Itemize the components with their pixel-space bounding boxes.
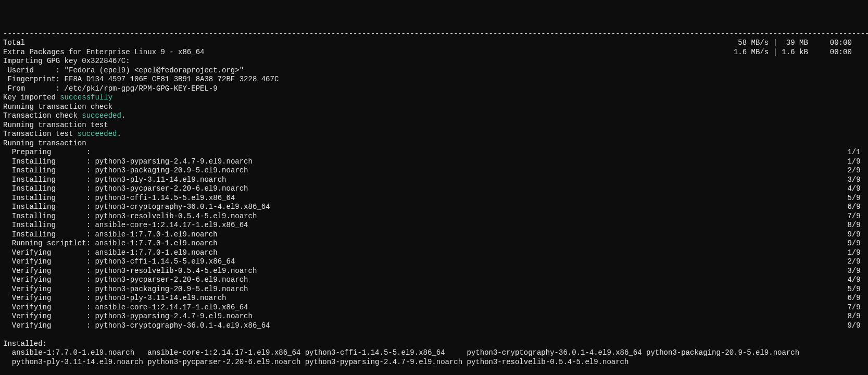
gpg-fingerprint-value: FF8A D134 4597 106E CE81 3B91 8A38 72BF …: [60, 75, 279, 83]
step-left: Preparing :: [3, 148, 95, 157]
transaction-step: Verifying : python3-cryptography-36.0.1-…: [3, 321, 865, 331]
step-count: 3/9: [847, 267, 865, 276]
step-label: Running scriptlet:: [3, 239, 91, 247]
step-count: 1/9: [847, 248, 865, 258]
epel-stats: 1.6 MB/s | 1.6 kB 00:00: [734, 48, 865, 57]
step-label: Installing :: [3, 230, 91, 239]
step-package: ansible-core-1:2.14.17-1.el9.x86_64: [91, 221, 248, 229]
transaction-step: Installing : ansible-1:7.7.0-1.el9.noarc…: [3, 230, 865, 240]
step-label: Verifying :: [3, 321, 91, 330]
tx-test-suffix: .: [117, 130, 121, 138]
step-left: Installing : ansible-core-1:2.14.17-1.el…: [3, 221, 248, 230]
step-count: 9/9: [847, 230, 865, 240]
step-label: Preparing :: [3, 148, 91, 156]
step-package: python3-resolvelib-0.5.4-5.el9.noarch: [91, 267, 257, 275]
step-left: Verifying : python3-cryptography-36.0.1-…: [3, 321, 270, 331]
step-package: python3-cryptography-36.0.1-4.el9.x86_64: [91, 321, 270, 330]
transaction-step: Installing : python3-resolvelib-0.5.4-5.…: [3, 212, 865, 221]
transaction-step: Installing : python3-ply-3.11-14.el9.noa…: [3, 176, 865, 185]
step-left: Verifying : python3-ply-3.11-14.el9.noar…: [3, 294, 226, 303]
step-count: 7/9: [847, 303, 865, 312]
step-count: 9/9: [847, 239, 865, 248]
gpg-userid-value: "Fedora (epel9) <epel@fedoraproject.org>…: [60, 66, 244, 74]
step-left: Installing : python3-resolvelib-0.5.4-5.…: [3, 212, 257, 221]
tx-test-prefix: Transaction test: [3, 130, 78, 138]
step-left: Verifying : python3-resolvelib-0.5.4-5.e…: [3, 267, 257, 276]
step-package: python3-cryptography-36.0.1-4.el9.x86_64: [91, 203, 270, 211]
total-label: Total: [3, 39, 25, 48]
tx-test-status: succeeded: [78, 130, 117, 138]
gpg-userid-label: Userid :: [3, 66, 60, 74]
step-left: Installing : python3-pyparsing-2.4.7-9.e…: [3, 157, 253, 167]
gpg-importing: Importing GPG key 0x3228467C:: [3, 57, 865, 66]
gpg-fingerprint-label: Fingerprint:: [3, 75, 60, 83]
step-left: Installing : ansible-1:7.7.0-1.el9.noarc…: [3, 230, 218, 240]
step-package: python3-packaging-20.9-5.el9.noarch: [91, 285, 248, 293]
transaction-step: Verifying : python3-resolvelib-0.5.4-5.e…: [3, 267, 865, 276]
epel-label: Extra Packages for Enterprise Linux 9 - …: [3, 48, 204, 57]
step-count: 2/9: [847, 257, 865, 267]
step-label: Installing :: [3, 221, 91, 229]
tx-test-result: Transaction test succeeded.: [3, 130, 865, 139]
step-package: ansible-1:7.7.0-1.el9.noarch: [91, 239, 218, 247]
step-count: 8/9: [847, 312, 865, 321]
step-count: 6/9: [847, 294, 865, 303]
tx-test-running: Running transaction test: [3, 121, 865, 130]
transaction-step: Verifying : python3-ply-3.11-14.el9.noar…: [3, 294, 865, 303]
transaction-step: Installing : python3-pyparsing-2.4.7-9.e…: [3, 157, 865, 167]
gpg-from: From : /etc/pki/rpm-gpg/RPM-GPG-KEY-EPEL…: [3, 84, 865, 94]
step-left: Verifying : python3-pycparser-2.20-6.el9…: [3, 276, 248, 285]
blank-line-2: [3, 367, 865, 375]
transaction-step: Installing : python3-pycparser-2.20-6.el…: [3, 184, 865, 194]
running-transaction: Running transaction: [3, 139, 865, 148]
step-label: Installing :: [3, 194, 91, 202]
transaction-step: Verifying : ansible-core-1:2.14.17-1.el9…: [3, 303, 865, 312]
gpg-userid: Userid : "Fedora (epel9) <epel@fedorapro…: [3, 66, 865, 76]
blank-line: [3, 330, 865, 340]
installed-line-2: python3-ply-3.11-14.el9.noarch python3-p…: [3, 358, 865, 367]
transaction-steps: Preparing : 1/1 Installing : python3-pyp…: [3, 148, 865, 330]
step-label: Installing :: [3, 203, 91, 211]
step-label: Verifying :: [3, 276, 91, 284]
step-count: 4/9: [847, 276, 865, 285]
step-label: Verifying :: [3, 257, 91, 266]
step-package: python3-pycparser-2.20-6.el9.noarch: [91, 184, 248, 193]
step-left: Verifying : python3-pyparsing-2.4.7-9.el…: [3, 312, 253, 321]
transaction-step: Installing : python3-cryptography-36.0.1…: [3, 203, 865, 212]
transaction-step: Verifying : python3-packaging-20.9-5.el9…: [3, 285, 865, 294]
step-package: python3-resolvelib-0.5.4-5.el9.noarch: [91, 212, 257, 220]
step-left: Installing : python3-ply-3.11-14.el9.noa…: [3, 176, 226, 185]
step-count: 7/9: [847, 212, 865, 221]
step-left: Installing : python3-packaging-20.9-5.el…: [3, 166, 248, 176]
step-label: Installing :: [3, 176, 91, 184]
step-count: 1/9: [847, 157, 865, 167]
key-imported-prefix: Key imported: [3, 93, 60, 102]
tx-check-result: Transaction check succeeded.: [3, 111, 865, 121]
key-imported: Key imported successfully: [3, 93, 865, 103]
terminal-output[interactable]: ----------------------------------------…: [3, 30, 865, 376]
step-label: Installing :: [3, 166, 91, 174]
tx-check-status: succeeded: [82, 111, 121, 120]
step-label: Verifying :: [3, 303, 91, 311]
transaction-step: Installing : python3-cffi-1.14.5-5.el9.x…: [3, 194, 865, 203]
step-count: 6/9: [847, 203, 865, 212]
transaction-step: Installing : python3-packaging-20.9-5.el…: [3, 166, 865, 176]
tx-check-suffix: .: [121, 111, 125, 120]
step-label: Installing :: [3, 212, 91, 220]
step-package: python3-ply-3.11-14.el9.noarch: [91, 294, 226, 302]
step-label: Verifying :: [3, 312, 91, 320]
step-left: Installing : python3-pycparser-2.20-6.el…: [3, 184, 248, 194]
key-imported-status: successfully: [60, 93, 112, 102]
step-label: Verifying :: [3, 248, 91, 257]
step-count: 9/9: [847, 321, 865, 331]
step-package: ansible-1:7.7.0-1.el9.noarch: [91, 248, 218, 257]
step-label: Verifying :: [3, 294, 91, 302]
step-package: python3-pyparsing-2.4.7-9.el9.noarch: [91, 312, 253, 320]
gpg-fingerprint: Fingerprint: FF8A D134 4597 106E CE81 3B…: [3, 75, 865, 84]
step-package: python3-ply-3.11-14.el9.noarch: [91, 176, 226, 184]
step-label: Verifying :: [3, 267, 91, 275]
step-label: Verifying :: [3, 285, 91, 293]
step-left: Verifying : ansible-1:7.7.0-1.el9.noarch: [3, 248, 218, 258]
transaction-step: Verifying : python3-pyparsing-2.4.7-9.el…: [3, 312, 865, 321]
total-stats: 58 MB/s | 39 MB 00:00: [738, 39, 865, 48]
